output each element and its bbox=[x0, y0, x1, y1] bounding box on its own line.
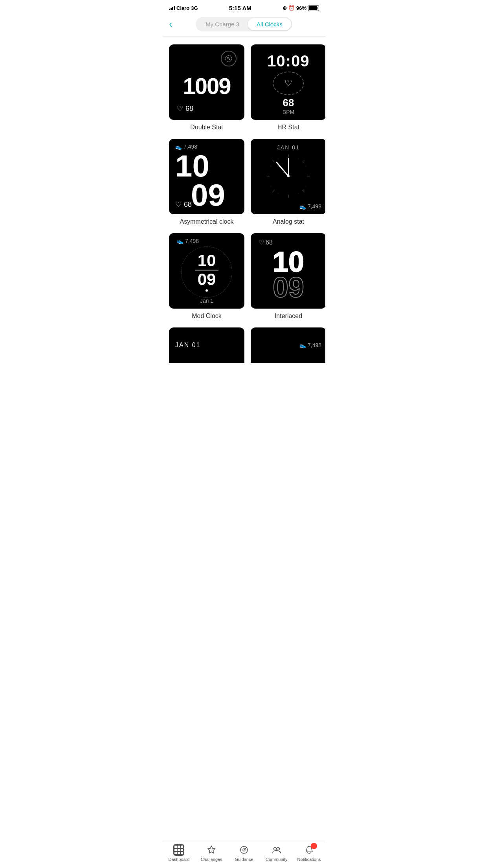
heart-icon: ♡ bbox=[284, 78, 292, 88]
network-label: 3G bbox=[191, 5, 198, 11]
hr-stat-time: 10:09 bbox=[267, 52, 309, 70]
clock-face-analog: JAN 01 bbox=[251, 139, 325, 214]
hr-stat-bpm-num: 68 bbox=[283, 97, 294, 109]
header-nav: ‹ My Charge 3 All Clocks bbox=[163, 14, 325, 37]
tab-device[interactable]: My Charge 3 bbox=[197, 18, 248, 30]
status-time: 5:15 AM bbox=[229, 5, 251, 11]
clock-item-analog[interactable]: JAN 01 bbox=[251, 139, 325, 225]
hr-stat-bpm-label: BPM bbox=[283, 109, 294, 115]
clock-item-asym[interactable]: 👟 7,498 10 09 ♡ 68 Asymmetrical clock bbox=[169, 139, 244, 225]
clock-item-interlaced[interactable]: ♡ 68 10 09 Interlaced bbox=[251, 233, 325, 320]
clock-face-interlaced: ♡ 68 10 09 bbox=[251, 233, 325, 309]
mod-minute: 09 bbox=[198, 271, 216, 288]
analog-date: JAN 01 bbox=[277, 144, 300, 151]
status-bar: Claro 3G 5:15 AM ⊕ ⏰ 96% bbox=[163, 0, 325, 14]
partial-clock-row: JAN 01 👟 7,498 bbox=[163, 327, 325, 394]
svg-line-7 bbox=[272, 160, 275, 162]
partial-clock-1: JAN 01 bbox=[169, 327, 244, 363]
location-icon: ⊕ bbox=[283, 5, 287, 11]
clock-item-double-stat[interactable]: 1009 ♡ 68 Double Stat bbox=[169, 44, 244, 131]
svg-line-8 bbox=[302, 190, 305, 192]
asym-minute: 09 bbox=[191, 180, 238, 210]
battery-percent: 96% bbox=[296, 5, 306, 11]
svg-line-11 bbox=[298, 158, 299, 159]
svg-line-19 bbox=[270, 166, 272, 167]
clock-label-interlaced: Interlaced bbox=[275, 313, 302, 320]
hr-stat-display: 10:09 ♡ 68 BPM bbox=[251, 44, 325, 120]
clock-item-mod[interactable]: 👟 7,498 10 09 Jan 1 Mod Clock bbox=[169, 233, 244, 320]
steps-icon: 👟 bbox=[299, 342, 306, 348]
clock-item-partial-2[interactable]: 👟 7,498 bbox=[251, 327, 325, 363]
status-right: ⊕ ⏰ 96% bbox=[283, 5, 319, 11]
svg-line-14 bbox=[305, 186, 306, 187]
interlaced-hr: ♡ 68 bbox=[259, 239, 273, 246]
double-stat-time: 1009 bbox=[183, 75, 230, 97]
clock-face-asym: 👟 7,498 10 09 ♡ 68 bbox=[169, 139, 244, 214]
mod-display: 👟 7,498 10 09 Jan 1 bbox=[169, 233, 244, 309]
svg-line-20 bbox=[278, 158, 279, 159]
svg-point-2 bbox=[229, 59, 230, 60]
interlaced-minute: 09 bbox=[273, 275, 304, 300]
partial-steps-label: 👟 7,498 bbox=[299, 342, 321, 348]
analog-clock-svg bbox=[263, 151, 314, 202]
partial-date-label: JAN 01 bbox=[175, 342, 200, 349]
svg-point-1 bbox=[227, 57, 229, 59]
tab-group: My Charge 3 All Clocks bbox=[196, 17, 292, 31]
svg-line-17 bbox=[270, 186, 272, 187]
clock-face-mod: 👟 7,498 10 09 Jan 1 bbox=[169, 233, 244, 309]
asym-hr: ♡ 68 bbox=[175, 200, 192, 209]
status-left: Claro 3G bbox=[169, 5, 198, 11]
asym-display: 👟 7,498 10 09 ♡ 68 bbox=[169, 139, 244, 214]
interlaced-display: ♡ 68 10 09 bbox=[251, 233, 325, 309]
clock-label-analog: Analog stat bbox=[273, 218, 304, 225]
svg-line-9 bbox=[302, 160, 305, 162]
analog-display: JAN 01 bbox=[251, 139, 325, 214]
svg-line-15 bbox=[298, 193, 299, 194]
mod-dot bbox=[205, 289, 208, 292]
signal-icon bbox=[169, 6, 175, 10]
carrier-label: Claro bbox=[176, 5, 189, 11]
clock-face-hr-stat: 10:09 ♡ 68 BPM bbox=[251, 44, 325, 120]
mod-circle: 10 09 bbox=[181, 246, 232, 298]
clock-label-asym: Asymmetrical clock bbox=[180, 218, 234, 225]
clock-face-double-stat: 1009 ♡ 68 bbox=[169, 44, 244, 120]
steps-icon: 👟 bbox=[299, 203, 306, 210]
clock-label-mod: Mod Clock bbox=[192, 313, 222, 320]
svg-line-21 bbox=[277, 162, 288, 176]
svg-point-23 bbox=[287, 175, 290, 177]
svg-line-12 bbox=[305, 166, 306, 167]
mod-steps: 👟 7,498 bbox=[177, 238, 199, 244]
svg-line-10 bbox=[272, 190, 275, 192]
tab-all-clocks[interactable]: All Clocks bbox=[248, 18, 291, 30]
mod-date: Jan 1 bbox=[200, 298, 213, 304]
back-button[interactable]: ‹ bbox=[169, 19, 172, 30]
battery-icon bbox=[308, 6, 319, 11]
heart-icon: ♡ bbox=[259, 239, 264, 246]
interlaced-hour: 10 bbox=[273, 249, 304, 275]
clock-item-partial-1[interactable]: JAN 01 bbox=[169, 327, 244, 363]
svg-point-0 bbox=[226, 55, 232, 62]
clock-label-hr-stat: HR Stat bbox=[277, 124, 299, 131]
alarm-icon: ⏰ bbox=[288, 5, 295, 11]
hr-circle: ♡ bbox=[273, 72, 304, 95]
asym-hour: 10 bbox=[175, 151, 238, 180]
heart-icon: ♡ bbox=[177, 104, 183, 113]
clock-label-double-stat: Double Stat bbox=[190, 124, 223, 131]
double-stat-hr: ♡ 68 bbox=[177, 104, 193, 113]
clock-grid: 1009 ♡ 68 Double Stat 10:09 ♡ 68 BPM HR … bbox=[163, 37, 325, 327]
partial-clock-2: 👟 7,498 bbox=[251, 327, 325, 363]
double-stat-display: 1009 ♡ 68 bbox=[169, 44, 244, 120]
heart-icon: ♡ bbox=[175, 200, 182, 209]
clock-item-hr-stat[interactable]: 10:09 ♡ 68 BPM HR Stat bbox=[251, 44, 325, 131]
analog-steps: 👟 7,498 bbox=[299, 203, 321, 210]
mod-hour: 10 bbox=[198, 252, 216, 269]
steps-icon: 👟 bbox=[177, 238, 183, 244]
svg-line-16 bbox=[278, 193, 279, 194]
steps-circle-icon bbox=[221, 51, 237, 66]
